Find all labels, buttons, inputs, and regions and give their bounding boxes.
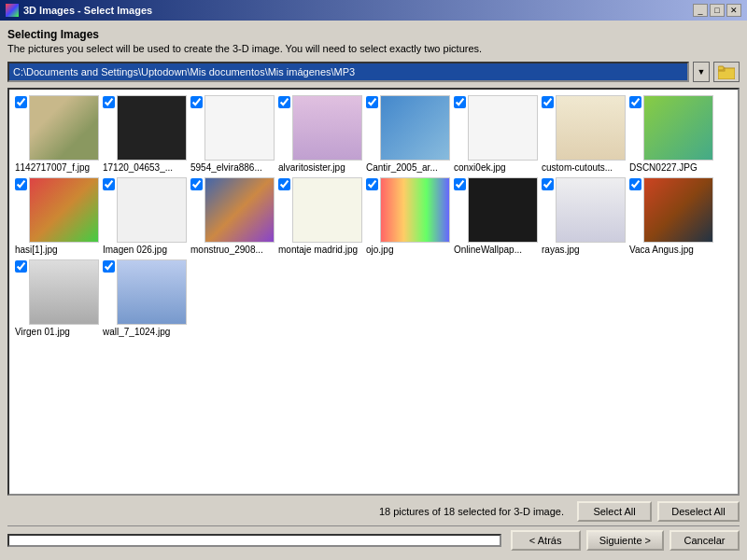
window-body: Selecting Images The pictures you select… — [0, 21, 747, 560]
list-item[interactable]: monstruo_2908... — [190, 177, 275, 256]
image-label-7: custom-cutouts... — [542, 162, 613, 174]
image-checkbox-15[interactable] — [542, 178, 554, 190]
list-item[interactable]: custom-cutouts... — [542, 95, 626, 174]
list-item[interactable]: wall_7_1024.jpg — [103, 259, 187, 338]
list-item[interactable]: hasi[1].jpg — [15, 177, 99, 256]
image-thumbnail-10 — [117, 177, 187, 243]
image-checkbox-3[interactable] — [190, 96, 203, 108]
close-button[interactable]: ✕ — [726, 4, 741, 17]
path-bar: ▼ — [7, 62, 740, 82]
image-checkbox-7[interactable] — [542, 96, 554, 108]
image-label-1: 1142717007_f.jpg — [15, 162, 90, 174]
list-item[interactable]: DSCN0227.JPG — [629, 95, 713, 174]
status-text: 18 pictures of 18 selected for 3-D image… — [7, 506, 571, 517]
list-item[interactable]: Imagen 026.jpg — [103, 177, 187, 256]
browse-folder-button[interactable] — [713, 62, 740, 82]
image-thumbnail-13 — [380, 177, 450, 243]
image-label-14: OnlineWallpap... — [454, 245, 522, 256]
back-button[interactable]: < Atrás — [511, 530, 581, 551]
svg-rect-2 — [718, 66, 724, 70]
image-thumbnail-4 — [292, 95, 362, 161]
title-bar-controls: _ □ ✕ — [693, 4, 741, 17]
image-label-16: Vaca Angus.jpg — [629, 245, 694, 256]
image-label-15: rayas.jpg — [542, 245, 580, 256]
image-thumbnail-6 — [468, 95, 538, 161]
image-thumbnail-14 — [468, 177, 538, 243]
image-label-4: alvaritosister.jpg — [278, 162, 345, 174]
image-checkbox-10[interactable] — [103, 178, 115, 190]
image-checkbox-16[interactable] — [629, 178, 641, 190]
path-input[interactable] — [7, 62, 689, 82]
image-thumbnail-16 — [643, 177, 713, 243]
image-label-17: Virgen 01.jpg — [15, 327, 70, 338]
list-item[interactable]: 17120_04653_... — [103, 95, 187, 174]
image-label-2: 17120_04653_... — [103, 162, 173, 174]
image-thumbnail-3 — [204, 95, 275, 161]
image-checkbox-14[interactable] — [454, 178, 466, 190]
image-label-9: hasi[1].jpg — [15, 245, 58, 256]
folder-icon — [718, 64, 735, 79]
cancel-button[interactable]: Cancelar — [669, 530, 740, 551]
image-label-5: Cantir_2005_ar... — [366, 162, 438, 174]
list-item[interactable]: ojo.jpg — [366, 177, 450, 256]
image-thumbnail-8 — [643, 95, 713, 161]
image-checkbox-11[interactable] — [190, 178, 203, 190]
image-label-12: montaje madrid.jpg — [278, 245, 358, 256]
image-label-3: 5954_elvira886... — [190, 162, 262, 174]
section-title: Selecting Images — [7, 28, 740, 41]
image-thumbnail-9 — [29, 177, 99, 243]
image-thumbnail-12 — [292, 177, 362, 243]
image-thumbnail-11 — [204, 177, 275, 243]
image-grid: 1142717007_f.jpg17120_04653_...5954_elvi… — [15, 95, 732, 338]
list-item[interactable]: OnlineWallpap... — [454, 177, 538, 256]
status-bar: 18 pictures of 18 selected for 3-D image… — [7, 496, 740, 525]
list-item[interactable]: Vaca Angus.jpg — [629, 177, 713, 256]
title-bar: 3D Images - Select Images _ □ ✕ — [0, 0, 747, 21]
list-item[interactable]: 5954_elvira886... — [190, 95, 275, 174]
image-thumbnail-1 — [29, 95, 99, 161]
image-checkbox-13[interactable] — [366, 178, 378, 190]
maximize-button[interactable]: □ — [710, 4, 725, 17]
image-label-18: wall_7_1024.jpg — [103, 327, 170, 338]
image-thumbnail-7 — [556, 95, 626, 161]
nav-bar: < Atrás Siguiente > Cancelar — [7, 525, 740, 553]
title-bar-title: 3D Images - Select Images — [6, 4, 152, 17]
app-icon — [6, 4, 19, 17]
image-label-10: Imagen 026.jpg — [103, 245, 167, 256]
path-dropdown-button[interactable]: ▼ — [693, 62, 710, 82]
image-checkbox-12[interactable] — [278, 178, 290, 190]
image-label-6: conxi0ek.jpg — [454, 162, 506, 174]
next-button[interactable]: Siguiente > — [586, 530, 664, 551]
image-checkbox-1[interactable] — [15, 96, 27, 108]
list-item[interactable]: alvaritosister.jpg — [278, 95, 362, 174]
image-checkbox-4[interactable] — [278, 96, 290, 108]
progress-bar — [7, 534, 501, 547]
select-all-button[interactable]: Select All — [577, 501, 652, 522]
image-checkbox-18[interactable] — [103, 260, 115, 273]
list-item[interactable]: montaje madrid.jpg — [278, 177, 362, 256]
image-label-13: ojo.jpg — [366, 245, 393, 256]
image-checkbox-6[interactable] — [454, 96, 466, 108]
image-thumbnail-5 — [380, 95, 450, 161]
image-label-11: monstruo_2908... — [190, 245, 263, 256]
image-thumbnail-15 — [556, 177, 626, 243]
image-thumbnail-2 — [117, 95, 187, 161]
window-title: 3D Images - Select Images — [23, 5, 152, 16]
image-label-8: DSCN0227.JPG — [629, 162, 698, 174]
list-item[interactable]: Virgen 01.jpg — [15, 259, 99, 338]
image-checkbox-17[interactable] — [15, 260, 27, 273]
section-description: The pictures you select will be used to … — [7, 43, 740, 54]
list-item[interactable]: Cantir_2005_ar... — [366, 95, 450, 174]
image-thumbnail-18 — [117, 259, 187, 325]
list-item[interactable]: 1142717007_f.jpg — [15, 95, 99, 174]
image-checkbox-8[interactable] — [629, 96, 641, 108]
image-checkbox-2[interactable] — [103, 96, 115, 108]
minimize-button[interactable]: _ — [693, 4, 708, 17]
deselect-all-button[interactable]: Deselect All — [657, 501, 740, 522]
image-grid-container: 1142717007_f.jpg17120_04653_...5954_elvi… — [7, 88, 740, 496]
image-thumbnail-17 — [29, 259, 99, 325]
list-item[interactable]: conxi0ek.jpg — [454, 95, 538, 174]
image-checkbox-5[interactable] — [366, 96, 378, 108]
image-checkbox-9[interactable] — [15, 178, 27, 190]
list-item[interactable]: rayas.jpg — [542, 177, 626, 256]
